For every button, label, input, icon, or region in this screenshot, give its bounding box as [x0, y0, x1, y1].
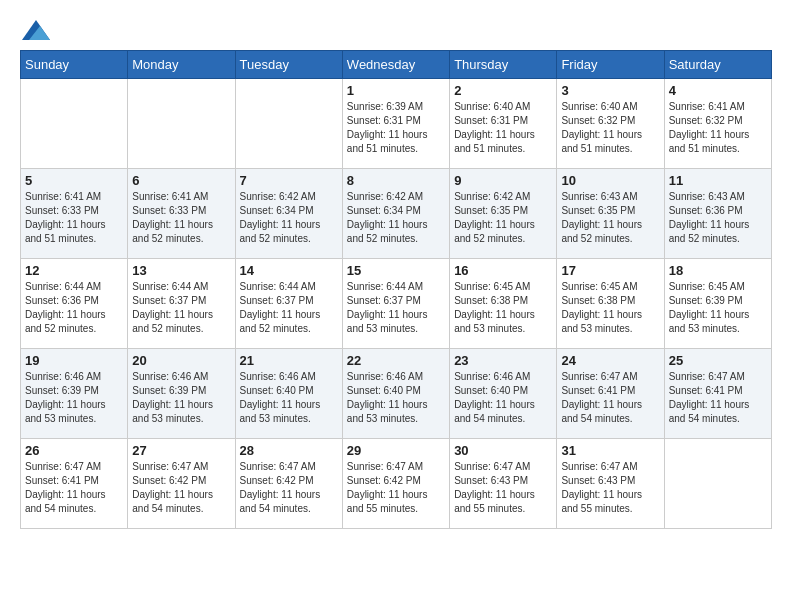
day-info: Sunrise: 6:47 AMSunset: 6:41 PMDaylight:… [669, 370, 767, 426]
day-number: 18 [669, 263, 767, 278]
day-number: 21 [240, 353, 338, 368]
page-header [20, 20, 772, 40]
day-number: 29 [347, 443, 445, 458]
calendar-day-cell: 10Sunrise: 6:43 AMSunset: 6:35 PMDayligh… [557, 169, 664, 259]
day-info: Sunrise: 6:40 AMSunset: 6:31 PMDaylight:… [454, 100, 552, 156]
day-number: 12 [25, 263, 123, 278]
day-number: 16 [454, 263, 552, 278]
day-number: 27 [132, 443, 230, 458]
calendar-day-cell: 11Sunrise: 6:43 AMSunset: 6:36 PMDayligh… [664, 169, 771, 259]
day-number: 8 [347, 173, 445, 188]
day-info: Sunrise: 6:46 AMSunset: 6:40 PMDaylight:… [347, 370, 445, 426]
calendar-day-cell: 18Sunrise: 6:45 AMSunset: 6:39 PMDayligh… [664, 259, 771, 349]
calendar-week-row: 5Sunrise: 6:41 AMSunset: 6:33 PMDaylight… [21, 169, 772, 259]
calendar-day-cell: 16Sunrise: 6:45 AMSunset: 6:38 PMDayligh… [450, 259, 557, 349]
calendar-day-cell: 5Sunrise: 6:41 AMSunset: 6:33 PMDaylight… [21, 169, 128, 259]
day-number: 28 [240, 443, 338, 458]
day-of-week-header: Sunday [21, 51, 128, 79]
day-number: 7 [240, 173, 338, 188]
calendar-day-cell: 24Sunrise: 6:47 AMSunset: 6:41 PMDayligh… [557, 349, 664, 439]
calendar-day-cell: 28Sunrise: 6:47 AMSunset: 6:42 PMDayligh… [235, 439, 342, 529]
day-info: Sunrise: 6:47 AMSunset: 6:43 PMDaylight:… [561, 460, 659, 516]
calendar-week-row: 19Sunrise: 6:46 AMSunset: 6:39 PMDayligh… [21, 349, 772, 439]
day-number: 19 [25, 353, 123, 368]
calendar-day-cell: 30Sunrise: 6:47 AMSunset: 6:43 PMDayligh… [450, 439, 557, 529]
calendar-week-row: 26Sunrise: 6:47 AMSunset: 6:41 PMDayligh… [21, 439, 772, 529]
day-number: 22 [347, 353, 445, 368]
day-of-week-header: Saturday [664, 51, 771, 79]
day-info: Sunrise: 6:41 AMSunset: 6:33 PMDaylight:… [132, 190, 230, 246]
day-info: Sunrise: 6:41 AMSunset: 6:33 PMDaylight:… [25, 190, 123, 246]
calendar-day-cell: 8Sunrise: 6:42 AMSunset: 6:34 PMDaylight… [342, 169, 449, 259]
day-info: Sunrise: 6:45 AMSunset: 6:38 PMDaylight:… [561, 280, 659, 336]
calendar-day-cell: 17Sunrise: 6:45 AMSunset: 6:38 PMDayligh… [557, 259, 664, 349]
day-of-week-header: Monday [128, 51, 235, 79]
empty-cell [235, 79, 342, 169]
day-info: Sunrise: 6:42 AMSunset: 6:34 PMDaylight:… [240, 190, 338, 246]
calendar-day-cell: 2Sunrise: 6:40 AMSunset: 6:31 PMDaylight… [450, 79, 557, 169]
day-number: 30 [454, 443, 552, 458]
day-info: Sunrise: 6:41 AMSunset: 6:32 PMDaylight:… [669, 100, 767, 156]
day-info: Sunrise: 6:44 AMSunset: 6:37 PMDaylight:… [132, 280, 230, 336]
calendar-day-cell: 19Sunrise: 6:46 AMSunset: 6:39 PMDayligh… [21, 349, 128, 439]
day-info: Sunrise: 6:39 AMSunset: 6:31 PMDaylight:… [347, 100, 445, 156]
day-number: 11 [669, 173, 767, 188]
day-info: Sunrise: 6:40 AMSunset: 6:32 PMDaylight:… [561, 100, 659, 156]
day-number: 4 [669, 83, 767, 98]
calendar-day-cell: 26Sunrise: 6:47 AMSunset: 6:41 PMDayligh… [21, 439, 128, 529]
calendar-day-cell: 27Sunrise: 6:47 AMSunset: 6:42 PMDayligh… [128, 439, 235, 529]
calendar-day-cell: 9Sunrise: 6:42 AMSunset: 6:35 PMDaylight… [450, 169, 557, 259]
empty-cell [664, 439, 771, 529]
calendar-day-cell: 4Sunrise: 6:41 AMSunset: 6:32 PMDaylight… [664, 79, 771, 169]
logo [20, 20, 50, 40]
day-info: Sunrise: 6:47 AMSunset: 6:43 PMDaylight:… [454, 460, 552, 516]
day-number: 5 [25, 173, 123, 188]
day-number: 10 [561, 173, 659, 188]
calendar-day-cell: 22Sunrise: 6:46 AMSunset: 6:40 PMDayligh… [342, 349, 449, 439]
day-number: 1 [347, 83, 445, 98]
calendar-week-row: 1Sunrise: 6:39 AMSunset: 6:31 PMDaylight… [21, 79, 772, 169]
calendar-day-cell: 3Sunrise: 6:40 AMSunset: 6:32 PMDaylight… [557, 79, 664, 169]
calendar-day-cell: 15Sunrise: 6:44 AMSunset: 6:37 PMDayligh… [342, 259, 449, 349]
calendar-day-cell: 29Sunrise: 6:47 AMSunset: 6:42 PMDayligh… [342, 439, 449, 529]
day-number: 26 [25, 443, 123, 458]
day-info: Sunrise: 6:47 AMSunset: 6:42 PMDaylight:… [240, 460, 338, 516]
empty-cell [128, 79, 235, 169]
logo-icon [22, 20, 50, 40]
day-number: 6 [132, 173, 230, 188]
day-number: 9 [454, 173, 552, 188]
day-info: Sunrise: 6:44 AMSunset: 6:37 PMDaylight:… [347, 280, 445, 336]
day-of-week-header: Thursday [450, 51, 557, 79]
day-number: 2 [454, 83, 552, 98]
calendar-week-row: 12Sunrise: 6:44 AMSunset: 6:36 PMDayligh… [21, 259, 772, 349]
day-number: 13 [132, 263, 230, 278]
day-number: 20 [132, 353, 230, 368]
day-info: Sunrise: 6:46 AMSunset: 6:40 PMDaylight:… [454, 370, 552, 426]
calendar-day-cell: 13Sunrise: 6:44 AMSunset: 6:37 PMDayligh… [128, 259, 235, 349]
day-info: Sunrise: 6:47 AMSunset: 6:42 PMDaylight:… [132, 460, 230, 516]
day-info: Sunrise: 6:44 AMSunset: 6:36 PMDaylight:… [25, 280, 123, 336]
day-of-week-header: Friday [557, 51, 664, 79]
calendar-header-row: SundayMondayTuesdayWednesdayThursdayFrid… [21, 51, 772, 79]
day-info: Sunrise: 6:47 AMSunset: 6:42 PMDaylight:… [347, 460, 445, 516]
calendar-day-cell: 20Sunrise: 6:46 AMSunset: 6:39 PMDayligh… [128, 349, 235, 439]
calendar-day-cell: 31Sunrise: 6:47 AMSunset: 6:43 PMDayligh… [557, 439, 664, 529]
day-number: 14 [240, 263, 338, 278]
day-info: Sunrise: 6:46 AMSunset: 6:40 PMDaylight:… [240, 370, 338, 426]
day-info: Sunrise: 6:43 AMSunset: 6:35 PMDaylight:… [561, 190, 659, 246]
day-number: 17 [561, 263, 659, 278]
day-info: Sunrise: 6:45 AMSunset: 6:39 PMDaylight:… [669, 280, 767, 336]
calendar-day-cell: 21Sunrise: 6:46 AMSunset: 6:40 PMDayligh… [235, 349, 342, 439]
day-number: 15 [347, 263, 445, 278]
day-info: Sunrise: 6:47 AMSunset: 6:41 PMDaylight:… [25, 460, 123, 516]
calendar-day-cell: 1Sunrise: 6:39 AMSunset: 6:31 PMDaylight… [342, 79, 449, 169]
calendar-day-cell: 25Sunrise: 6:47 AMSunset: 6:41 PMDayligh… [664, 349, 771, 439]
day-number: 24 [561, 353, 659, 368]
empty-cell [21, 79, 128, 169]
calendar-day-cell: 7Sunrise: 6:42 AMSunset: 6:34 PMDaylight… [235, 169, 342, 259]
day-number: 3 [561, 83, 659, 98]
day-info: Sunrise: 6:46 AMSunset: 6:39 PMDaylight:… [25, 370, 123, 426]
calendar-table: SundayMondayTuesdayWednesdayThursdayFrid… [20, 50, 772, 529]
day-info: Sunrise: 6:43 AMSunset: 6:36 PMDaylight:… [669, 190, 767, 246]
day-of-week-header: Wednesday [342, 51, 449, 79]
